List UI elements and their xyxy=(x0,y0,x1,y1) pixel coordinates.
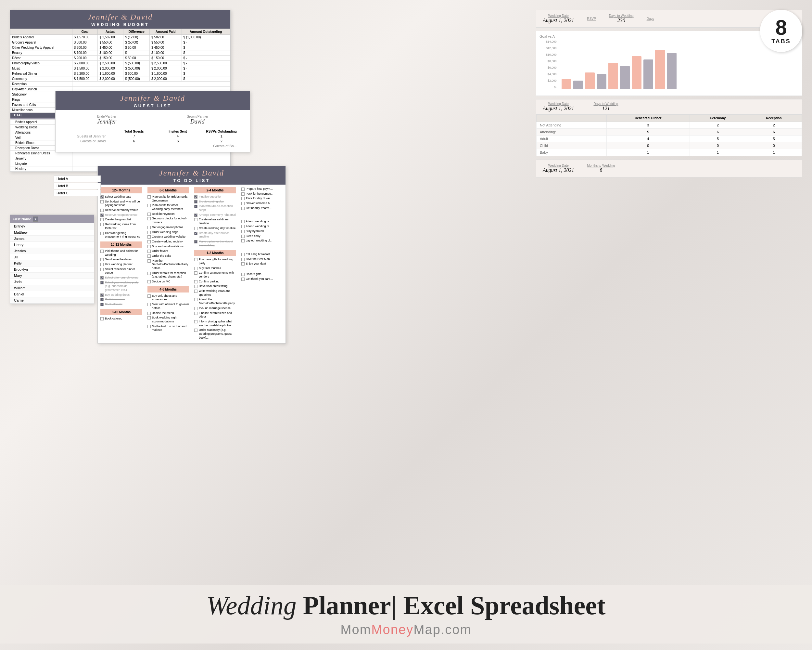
hotel-a: Hotel A xyxy=(53,176,101,182)
checkbox[interactable] xyxy=(194,289,197,293)
checkbox[interactable] xyxy=(148,316,151,320)
checkbox[interactable] xyxy=(194,227,197,230)
bride-name: Jennifer xyxy=(97,118,116,125)
list-item: Brooklyn xyxy=(10,266,94,273)
checkbox[interactable] xyxy=(241,278,244,281)
checkbox[interactable] xyxy=(241,262,244,266)
todo-months-field: Months to Wedding 8 xyxy=(587,164,615,173)
bar-chart xyxy=(562,43,676,89)
checkbox[interactable] xyxy=(194,329,197,332)
checkbox[interactable] xyxy=(194,285,197,288)
checkbox[interactable] xyxy=(100,263,104,266)
checkbox[interactable] xyxy=(148,217,151,220)
checkbox[interactable] xyxy=(148,235,151,239)
checkbox[interactable] xyxy=(148,303,151,306)
checkbox[interactable] xyxy=(194,271,197,275)
todo-item: Do the trial run on hair and makeup xyxy=(148,325,189,332)
checkbox[interactable] xyxy=(100,209,104,212)
checkbox[interactable] xyxy=(194,258,197,261)
names-table: First Name ▼ BritneyMatthewJamesHenryJes… xyxy=(10,214,94,304)
checkbox[interactable]: ✓ xyxy=(100,303,104,306)
checkbox[interactable]: ✓ xyxy=(100,294,104,297)
checkbox[interactable] xyxy=(148,226,151,229)
checkbox[interactable] xyxy=(100,268,104,271)
checkbox[interactable] xyxy=(148,280,151,283)
checkbox[interactable] xyxy=(100,200,104,203)
checkbox[interactable] xyxy=(241,188,244,191)
checkbox[interactable] xyxy=(241,230,244,233)
checkbox[interactable] xyxy=(194,280,197,283)
checkbox[interactable] xyxy=(194,312,197,315)
row-name: Rehearsal Dinner xyxy=(11,71,72,76)
checkbox[interactable]: ✓ xyxy=(194,232,197,235)
rsvp-wedding-date: Wedding Date August 1, 2021 xyxy=(543,102,574,112)
checkbox[interactable] xyxy=(194,307,197,310)
checkbox[interactable] xyxy=(241,202,244,205)
budget-couple-name: Jennifer & David xyxy=(10,13,230,21)
checkbox[interactable] xyxy=(100,223,104,226)
rsvp-col-ceremony: Ceremony xyxy=(690,115,746,122)
budget-row: Groom's Apparel $ 500.00 $ 550.00 $ (50.… xyxy=(11,40,230,45)
todo-item: Create a wedding website xyxy=(148,235,189,239)
checkbox[interactable]: ✓ xyxy=(194,200,197,203)
budget-row: Other Wedding Party Apparel $ 500.00 $ 4… xyxy=(11,45,230,50)
checkbox[interactable] xyxy=(241,207,244,210)
checkbox[interactable] xyxy=(241,253,244,256)
checkbox[interactable]: ✓ xyxy=(194,195,197,199)
rsvp-date-label: Wedding Date xyxy=(548,102,569,106)
names-list: BritneyMatthewJamesHenryJessicaJillKelly… xyxy=(10,223,94,304)
checkbox[interactable] xyxy=(100,258,104,261)
checkbox[interactable]: ✓ xyxy=(194,214,197,217)
budget-header: Jennifer & David WEDDING BUDGET xyxy=(10,10,230,29)
todo-item: Get beauty treatm... xyxy=(241,206,283,210)
checkbox[interactable] xyxy=(148,249,151,253)
checkbox[interactable] xyxy=(100,317,104,320)
checkbox[interactable] xyxy=(241,220,244,223)
row-outstanding: $ - xyxy=(182,55,230,61)
col-paid: Amount Paid xyxy=(150,29,182,35)
guest-subtitle: GUEST LIST xyxy=(55,103,250,108)
checkbox[interactable] xyxy=(148,213,151,216)
checkbox[interactable] xyxy=(241,197,244,200)
checkbox[interactable] xyxy=(100,249,104,253)
invite-header: Total Guests Invites Sent RSVPs Outstand… xyxy=(62,130,243,133)
checkbox[interactable] xyxy=(241,225,244,228)
todo-item: ✓Arrange ceremony rehearsal xyxy=(194,213,236,217)
checkbox[interactable] xyxy=(148,195,151,199)
checkbox[interactable] xyxy=(194,298,197,301)
checkbox[interactable]: ✓ xyxy=(100,276,104,280)
checkbox[interactable] xyxy=(148,312,151,315)
checkbox[interactable] xyxy=(241,239,244,242)
checkbox[interactable] xyxy=(148,245,151,248)
tabs-label: TABS xyxy=(771,38,791,45)
checkbox[interactable]: ✓ xyxy=(100,214,104,217)
bride-label: Bride/Partner xyxy=(97,115,116,118)
rsvp-days-val: 121 xyxy=(602,106,610,112)
checkbox[interactable] xyxy=(148,204,151,207)
checkbox[interactable]: ✓ xyxy=(100,298,104,301)
checkbox[interactable] xyxy=(148,272,151,275)
checkbox[interactable] xyxy=(194,320,197,323)
dropdown-arrow[interactable]: ▼ xyxy=(33,216,38,222)
checkbox[interactable] xyxy=(100,218,104,221)
checkbox[interactable] xyxy=(241,258,244,261)
checkbox[interactable] xyxy=(241,235,244,238)
checkbox[interactable]: ✓ xyxy=(100,281,104,284)
checkbox[interactable] xyxy=(148,325,151,328)
checkbox[interactable] xyxy=(100,232,104,235)
checkbox[interactable] xyxy=(148,240,151,243)
checkbox[interactable] xyxy=(241,273,244,276)
checkbox[interactable]: ✓ xyxy=(194,205,197,208)
todo-item: Confirm arrangements with vendors xyxy=(194,271,236,278)
todo-item: Book caterer, xyxy=(100,317,142,321)
checkbox[interactable] xyxy=(194,267,197,270)
checkbox[interactable] xyxy=(148,259,151,263)
checkbox[interactable] xyxy=(148,254,151,258)
checkbox[interactable] xyxy=(194,218,197,221)
checkbox[interactable]: ✓ xyxy=(194,240,197,243)
rsvp-row-label: Adult xyxy=(537,136,607,142)
checkbox[interactable] xyxy=(148,231,151,234)
checkbox[interactable] xyxy=(148,294,151,298)
checkbox[interactable]: ✓ xyxy=(100,195,104,199)
checkbox[interactable] xyxy=(241,193,244,196)
